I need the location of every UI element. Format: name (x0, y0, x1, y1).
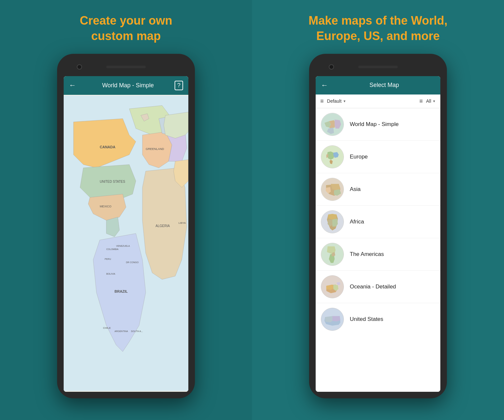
svg-text:LIBYA: LIBYA (178, 221, 186, 224)
world-map-thumbnail (321, 113, 344, 136)
svg-text:DR CONGO: DR CONGO (126, 261, 139, 263)
svg-text:MEXICO: MEXICO (100, 204, 112, 208)
list-item[interactable]: Asia (316, 173, 440, 206)
right-phone-frame: ← Select Map ≡ Default ▼ ≡ All ▼ (309, 54, 447, 398)
list-item[interactable]: Oceania - Detailed (316, 271, 440, 303)
right-panel: Make maps of the World, Europe, US, and … (252, 0, 504, 420)
europe-thumbnail (321, 145, 344, 168)
right-back-button[interactable]: ← (321, 81, 328, 90)
left-panel: Create your own custom map ← World Map -… (0, 0, 252, 420)
map-list: World Map - Simple Europe (316, 108, 440, 392)
left-header-title: World Map - Simple (81, 82, 175, 89)
americas-thumbnail (321, 243, 344, 266)
americas-label: The Americas (350, 251, 384, 258)
svg-text:COLOMBIA: COLOMBIA (106, 248, 118, 250)
us-label: United States (350, 316, 383, 323)
us-thumbnail (321, 308, 344, 331)
sort-label: Default (327, 98, 342, 104)
right-screen: ← Select Map ≡ Default ▼ ≡ All ▼ (316, 76, 440, 392)
europe-label: Europe (350, 154, 368, 160)
svg-text:PERU: PERU (105, 258, 111, 260)
camera-left (77, 64, 82, 70)
africa-label: Africa (350, 219, 364, 225)
list-item[interactable]: Africa (316, 206, 440, 238)
right-panel-title: Make maps of the World, Europe, US, and … (308, 13, 447, 44)
phone-top-bar-left (64, 60, 188, 74)
list-item[interactable]: United States (316, 303, 440, 335)
svg-text:SOUTH A...: SOUTH A... (131, 330, 143, 332)
left-help-icon[interactable]: ? (175, 81, 183, 90)
asia-thumbnail (321, 178, 344, 201)
left-map-content: CANADA UNITED STATES MEXICO GREENLAND BR… (64, 95, 188, 392)
sort-arrow-icon: ▼ (343, 99, 346, 103)
africa-thumbnail (321, 210, 344, 233)
speaker-right (358, 66, 398, 68)
right-header-title: Select Map (333, 82, 435, 89)
left-panel-title: Create your own custom map (80, 13, 172, 44)
camera-right (329, 64, 334, 70)
list-item[interactable]: The Americas (316, 238, 440, 271)
left-screen: ← World Map - Simple ? (64, 76, 188, 392)
svg-text:ARGENTINA: ARGENTINA (115, 330, 128, 332)
left-back-button[interactable]: ← (69, 81, 76, 90)
filter-bar: ≡ Default ▼ ≡ All ▼ (316, 94, 440, 108)
sort-icon: ≡ (320, 98, 324, 105)
oceania-thumbnail (321, 275, 344, 298)
right-app-header: ← Select Map (316, 76, 440, 94)
filter-label: All (426, 98, 431, 104)
list-item[interactable]: Europe (316, 141, 440, 173)
svg-text:VENEZUELA: VENEZUELA (116, 244, 130, 247)
left-app-header: ← World Map - Simple ? (64, 76, 188, 95)
sort-dropdown[interactable]: Default ▼ (327, 98, 346, 104)
oceania-label: Oceania - Detailed (350, 284, 396, 290)
left-phone-frame: ← World Map - Simple ? (57, 54, 195, 398)
svg-text:BOLIVIA: BOLIVIA (106, 272, 116, 275)
svg-text:GREENLAND: GREENLAND (146, 147, 164, 150)
filter-icon: ≡ (419, 98, 423, 105)
filter-arrow-icon: ▼ (432, 99, 436, 103)
svg-text:CHILE: CHILE (103, 326, 111, 329)
svg-text:BRAZIL: BRAZIL (115, 289, 128, 293)
speaker-left (106, 66, 146, 68)
svg-text:CANADA: CANADA (100, 145, 116, 149)
world-map-label: World Map - Simple (350, 121, 399, 128)
list-item[interactable]: World Map - Simple (316, 108, 440, 141)
svg-text:ALGERIA: ALGERIA (156, 224, 170, 227)
svg-text:UNITED STATES: UNITED STATES (100, 179, 125, 183)
filter-dropdown[interactable]: All ▼ (426, 98, 436, 104)
phone-top-bar-right (316, 60, 440, 74)
asia-label: Asia (350, 186, 361, 193)
